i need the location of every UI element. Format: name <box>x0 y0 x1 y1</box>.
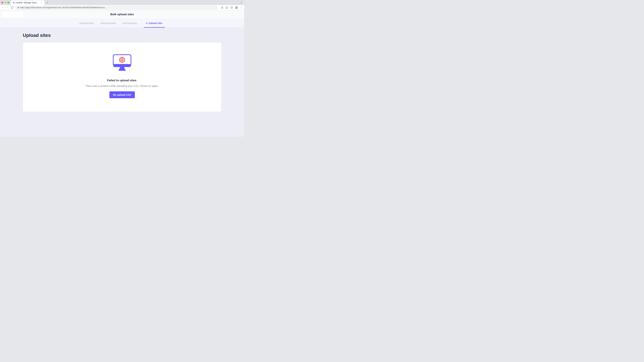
page-title: Bulk upload sites <box>110 13 134 16</box>
tab-overflow-button[interactable] <box>240 1 242 4</box>
reupload-csv-button[interactable]: Re-upload CSV <box>109 91 135 98</box>
svg-point-11 <box>241 7 242 7</box>
address-bar[interactable]: https://app.safetyculture.com/organisati… <box>16 5 218 9</box>
error-illustration <box>113 54 131 71</box>
browser-chrome: iAuditor: Manage Teams and In https://ap… <box>0 0 244 10</box>
forward-button[interactable] <box>6 6 10 9</box>
lock-icon <box>17 6 19 8</box>
share-icon[interactable] <box>221 6 224 9</box>
header-top-row: Bulk upload sites <box>0 10 244 19</box>
tab-strip: iAuditor: Manage Teams and In <box>0 0 244 5</box>
reload-button[interactable] <box>11 6 14 9</box>
svg-point-9 <box>236 7 237 7</box>
profile-avatar[interactable] <box>235 6 238 9</box>
step-2-placeholder[interactable] <box>100 22 116 24</box>
step-3-placeholder[interactable] <box>122 22 137 24</box>
main-content: Upload sites Failed to upload sites. Th <box>0 28 244 117</box>
svg-point-18 <box>122 61 122 61</box>
app-viewport: Bulk upload sites 4. Upload sites Upload… <box>0 10 244 137</box>
logo-placeholder <box>2 11 24 18</box>
svg-point-12 <box>241 8 242 8</box>
minimize-window-button[interactable] <box>4 2 6 3</box>
browser-toolbar: https://app.safetyculture.com/organisati… <box>0 5 244 10</box>
url-text: https://app.safetyculture.com/organisati… <box>20 6 105 9</box>
close-window-button[interactable] <box>1 2 3 3</box>
tab-favicon-icon <box>12 1 15 4</box>
svg-rect-6 <box>18 7 18 8</box>
extensions-icon[interactable] <box>230 6 233 9</box>
error-title: Failed to upload sites. <box>107 79 137 82</box>
section-heading: Upload sites <box>23 33 221 38</box>
svg-rect-15 <box>118 69 126 71</box>
maximize-window-button[interactable] <box>8 2 9 3</box>
step-4-upload-sites[interactable]: 4. Upload sites <box>144 19 165 28</box>
tab-title: iAuditor: Manage Teams and In <box>16 1 40 4</box>
more-menu-icon[interactable] <box>240 6 243 9</box>
svg-marker-8 <box>226 6 228 8</box>
window-controls <box>1 2 9 3</box>
svg-point-10 <box>241 6 242 7</box>
close-tab-icon[interactable] <box>40 1 43 4</box>
step-4-label: 4. Upload sites <box>146 22 163 24</box>
step-1-placeholder[interactable] <box>79 22 94 24</box>
new-tab-button[interactable] <box>46 0 50 4</box>
wizard-steps: 4. Upload sites <box>0 19 244 27</box>
app-header: Bulk upload sites 4. Upload sites <box>0 10 244 28</box>
error-subtitle: There was a problem while uploading your… <box>86 84 159 87</box>
svg-rect-14 <box>113 64 131 67</box>
back-button[interactable] <box>1 6 5 9</box>
toolbar-actions <box>221 6 243 9</box>
bookmark-star-icon[interactable] <box>226 6 228 9</box>
upload-error-card: Failed to upload sites. There was a prob… <box>23 42 221 112</box>
reupload-csv-button-label: Re-upload CSV <box>113 93 131 96</box>
browser-tab[interactable]: iAuditor: Manage Teams and In <box>11 0 44 5</box>
